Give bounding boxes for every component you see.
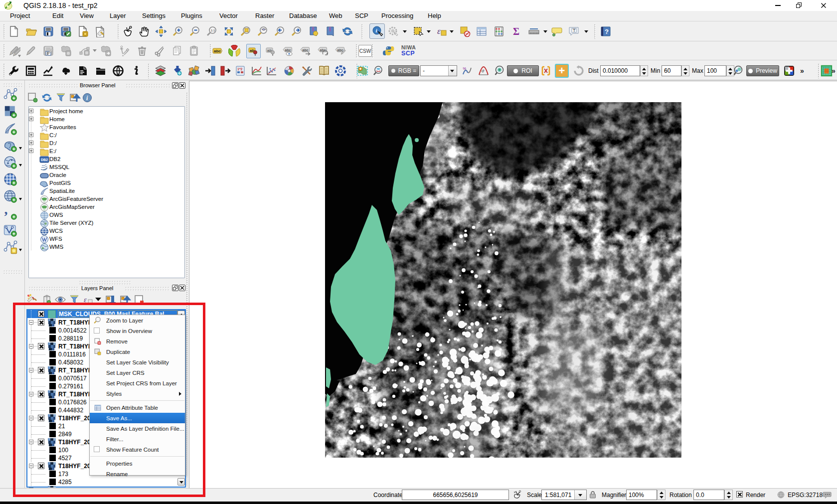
svg-text:1*2: 1*2 xyxy=(237,67,243,71)
svg-text:Σ: Σ xyxy=(513,26,519,37)
svg-text:DB2: DB2 xyxy=(41,158,48,162)
svg-text:,: , xyxy=(4,206,8,217)
svg-text:σ: σ xyxy=(482,68,485,73)
svg-text:abc: abc xyxy=(320,48,326,52)
svg-text:1:1: 1:1 xyxy=(211,29,215,32)
svg-text:abc: abc xyxy=(285,48,291,52)
svg-text:ε: ε xyxy=(437,26,441,36)
svg-text:?: ? xyxy=(605,28,609,35)
svg-text:abc: abc xyxy=(214,49,221,53)
svg-text:%: % xyxy=(463,66,466,71)
svg-text:abc: abc xyxy=(337,48,343,52)
svg-text:T: T xyxy=(573,28,576,33)
svg-text:abc: abc xyxy=(303,48,309,52)
